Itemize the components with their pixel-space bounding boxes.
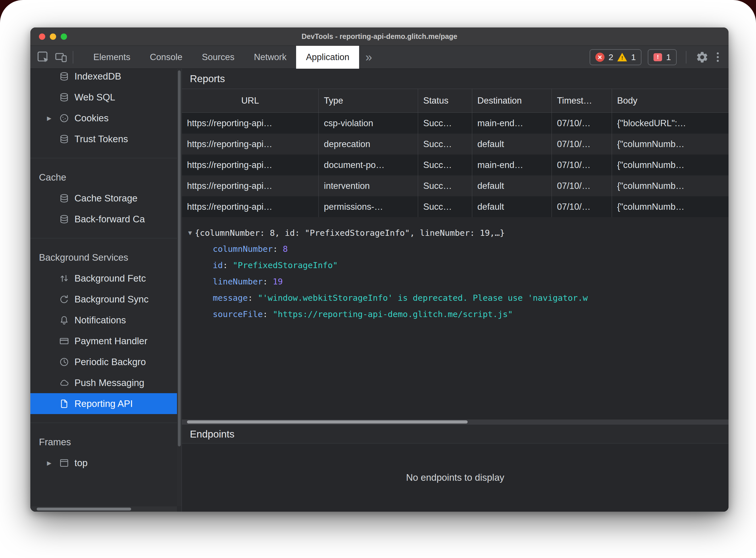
close-window-button[interactable] bbox=[39, 33, 45, 40]
table-row[interactable]: https://reporting-api… deprecation Succ…… bbox=[182, 134, 729, 154]
section-header-frames: Frames bbox=[30, 432, 181, 452]
database-icon bbox=[59, 193, 69, 203]
issues-badge[interactable]: 1 bbox=[648, 49, 677, 65]
sidebar-item-indexeddb[interactable]: IndexedDB bbox=[30, 69, 181, 87]
settings-button[interactable] bbox=[696, 46, 709, 69]
property-row: message"'window.webkitStorageInfo' is de… bbox=[188, 290, 729, 306]
sync-icon bbox=[59, 294, 69, 304]
panel-tabs: Elements Console Sources Network Applica… bbox=[83, 46, 359, 69]
sidebar-item-reporting-api[interactable]: Reporting API bbox=[30, 393, 181, 414]
bell-icon bbox=[59, 315, 69, 325]
warning-count: 1 bbox=[631, 52, 636, 62]
table-row[interactable]: https://reporting-api… intervention Succ… bbox=[182, 175, 729, 196]
more-tabs-chevron-icon[interactable] bbox=[359, 50, 378, 64]
sidebar-item-periodic-background-sync[interactable]: Periodic Backgro bbox=[30, 351, 181, 372]
application-sidebar: IndexedDB Web SQL Cookies Trust Tokens bbox=[30, 69, 181, 512]
expand-arrow-icon[interactable] bbox=[47, 460, 59, 466]
file-icon bbox=[59, 399, 69, 409]
property-row: sourceFile"https://reporting-api-demo.gl… bbox=[188, 306, 729, 323]
devtools-content: IndexedDB Web SQL Cookies Trust Tokens bbox=[30, 69, 729, 512]
window-titlebar: DevTools - reporting-api-demo.glitch.me/… bbox=[30, 27, 729, 46]
gear-icon bbox=[696, 51, 709, 64]
sidebar-item-cookies[interactable]: Cookies bbox=[30, 108, 181, 128]
warning-icon bbox=[617, 53, 627, 61]
endpoints-section-title: Endpoints bbox=[182, 425, 729, 443]
section-divider bbox=[30, 423, 181, 423]
cookie-icon bbox=[59, 113, 69, 123]
reports-horizontal-scrollbar[interactable] bbox=[182, 420, 729, 425]
section-header-background-services: Background Services bbox=[30, 247, 181, 268]
traffic-lights bbox=[39, 27, 67, 46]
sidebar-item-cache-storage[interactable]: Cache Storage bbox=[30, 188, 181, 209]
reporting-api-panel: Reports URL Type Status Destination Time… bbox=[181, 69, 729, 512]
column-header-body[interactable]: Body bbox=[612, 89, 729, 112]
sidebar-item-background-fetch[interactable]: Background Fetc bbox=[30, 268, 181, 289]
scrollbar-thumb[interactable] bbox=[187, 421, 468, 424]
sidebar-item-top-frame[interactable]: top bbox=[30, 452, 181, 473]
toggle-device-toolbar-button[interactable] bbox=[52, 46, 70, 69]
inspect-element-button[interactable] bbox=[34, 46, 52, 69]
expand-arrow-icon[interactable] bbox=[47, 115, 59, 122]
report-body-preview: {columnNumber: 8, id: "PrefixedStorageIn… bbox=[182, 217, 729, 420]
sidebar-item-push-messaging[interactable]: Push Messaging bbox=[30, 372, 181, 393]
section-divider bbox=[30, 238, 181, 238]
tab-console[interactable]: Console bbox=[140, 46, 192, 69]
minimize-window-button[interactable] bbox=[50, 33, 56, 40]
object-summary: {columnNumber: 8, id: "PrefixedStorageIn… bbox=[195, 228, 505, 238]
maximize-window-button[interactable] bbox=[61, 33, 67, 40]
console-status-badges[interactable]: 2 1 bbox=[590, 49, 641, 65]
sidebar-item-notifications[interactable]: Notifications bbox=[30, 310, 181, 330]
table-row[interactable]: https://reporting-api… document-po… Succ… bbox=[182, 154, 729, 175]
devtools-toolbar: Elements Console Sources Network Applica… bbox=[30, 46, 729, 69]
object-summary-row[interactable]: {columnNumber: 8, id: "PrefixedStorageIn… bbox=[188, 225, 729, 241]
property-row: lineNumber19 bbox=[188, 274, 729, 290]
sidebar-vertical-scrollbar[interactable] bbox=[177, 69, 181, 506]
database-icon bbox=[59, 92, 69, 102]
database-icon bbox=[59, 214, 69, 224]
sidebar-item-trust-tokens[interactable]: Trust Tokens bbox=[30, 128, 181, 149]
reports-table-rows: https://reporting-api… csp-violation Suc… bbox=[182, 113, 729, 217]
database-icon bbox=[59, 134, 69, 144]
error-count: 2 bbox=[609, 52, 613, 62]
window-title: DevTools - reporting-api-demo.glitch.me/… bbox=[301, 32, 457, 41]
issues-icon bbox=[654, 53, 662, 61]
toolbar-divider bbox=[73, 51, 73, 64]
cloud-icon bbox=[59, 378, 69, 388]
page-background: DevTools - reporting-api-demo.glitch.me/… bbox=[0, 0, 756, 558]
more-options-button[interactable] bbox=[715, 52, 721, 62]
tab-application[interactable]: Application bbox=[296, 46, 359, 69]
table-row[interactable]: https://reporting-api… csp-violation Suc… bbox=[182, 113, 729, 134]
column-header-status[interactable]: Status bbox=[418, 89, 472, 112]
reports-table-header: URL Type Status Destination Timest… Body bbox=[182, 89, 729, 113]
frame-icon bbox=[59, 458, 69, 468]
table-row[interactable]: https://reporting-api… permissions-… Suc… bbox=[182, 196, 729, 217]
device-toolbar-icon bbox=[55, 51, 67, 64]
error-icon bbox=[595, 53, 605, 62]
sidebar-tree: IndexedDB Web SQL Cookies Trust Tokens bbox=[30, 69, 181, 473]
sidebar-item-back-forward-cache[interactable]: Back-forward Ca bbox=[30, 209, 181, 229]
toolbar-right-controls: 2 1 1 bbox=[590, 46, 729, 69]
column-header-url[interactable]: URL bbox=[182, 89, 319, 112]
up-down-arrows-icon bbox=[59, 273, 69, 284]
scrollbar-thumb[interactable] bbox=[36, 508, 131, 510]
section-header-cache: Cache bbox=[30, 167, 181, 188]
column-header-timestamp[interactable]: Timest… bbox=[552, 89, 612, 112]
devtools-window: DevTools - reporting-api-demo.glitch.me/… bbox=[30, 27, 729, 512]
clock-icon bbox=[59, 357, 69, 367]
column-header-type[interactable]: Type bbox=[319, 89, 418, 112]
tab-sources[interactable]: Sources bbox=[192, 46, 244, 69]
card-icon bbox=[59, 336, 69, 346]
database-icon bbox=[59, 71, 69, 81]
sidebar-item-web-sql[interactable]: Web SQL bbox=[30, 87, 181, 108]
property-row: id"PrefixedStorageInfo" bbox=[188, 257, 729, 274]
property-row: columnNumber8 bbox=[188, 241, 729, 257]
tab-network[interactable]: Network bbox=[244, 46, 296, 69]
sidebar-item-background-sync[interactable]: Background Sync bbox=[30, 289, 181, 310]
column-header-destination[interactable]: Destination bbox=[472, 89, 552, 112]
sidebar-item-payment-handler[interactable]: Payment Handler bbox=[30, 330, 181, 351]
tab-elements[interactable]: Elements bbox=[83, 46, 140, 69]
collapse-triangle-icon[interactable] bbox=[188, 229, 192, 236]
scrollbar-thumb[interactable] bbox=[178, 70, 181, 447]
sidebar-horizontal-scrollbar[interactable] bbox=[30, 507, 177, 512]
toolbar-divider bbox=[686, 51, 686, 64]
